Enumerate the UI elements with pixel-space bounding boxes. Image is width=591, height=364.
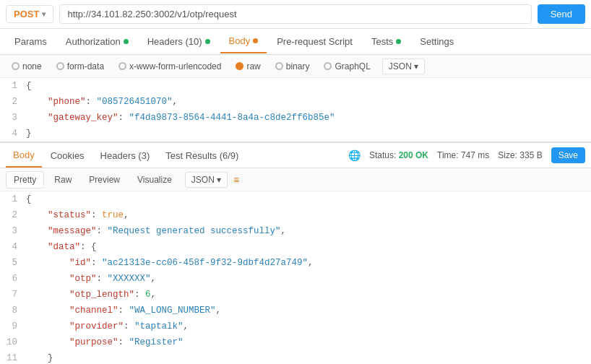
fmt-tab-visualize-label: Visualize — [137, 175, 172, 185]
response-json-label: JSON — [191, 175, 215, 185]
resp-tab-body[interactable]: Body — [6, 144, 42, 168]
line-content: "otp": "XXXXXX", — [26, 271, 591, 287]
tab-authorization[interactable]: Authorization — [57, 30, 137, 53]
line-content: } — [26, 350, 591, 364]
resp-tab-test-results[interactable]: Test Results (6/9) — [158, 144, 246, 167]
line-content: "data": { — [26, 239, 591, 255]
body-type-graphql[interactable]: GraphQL — [318, 59, 376, 74]
line-content: "otp_length": 6, — [26, 287, 591, 303]
response-bar: Body Cookies Headers (3) Test Results (6… — [0, 142, 591, 168]
method-selector[interactable]: POST ▾ — [6, 5, 53, 23]
line-content: "id": "ac21313e-cc06-458f-9f32-9dbf4d27a… — [26, 255, 591, 271]
status-label: Status: 200 OK — [369, 150, 428, 160]
line-content: "gateway_key": "f4da9873-8564-4441-8a4a-… — [26, 110, 591, 126]
response-line-5: 5 "id": "ac21313e-cc06-458f-9f32-9dbf4d2… — [0, 255, 591, 271]
fmt-tab-raw[interactable]: Raw — [47, 172, 79, 188]
headers-dot — [205, 39, 210, 44]
resp-tab-headers[interactable]: Headers (3) — [93, 144, 158, 167]
line-num: 10 — [0, 334, 26, 350]
response-line-9: 9 "provider": "taptalk", — [0, 318, 591, 334]
line-num: 11 — [0, 350, 26, 364]
resp-tab-cookies-label: Cookies — [51, 150, 85, 161]
tab-tests[interactable]: Tests — [363, 30, 410, 53]
tests-dot — [396, 39, 401, 44]
request-line-3: 3 "gateway_key": "f4da9873-8564-4441-8a4… — [0, 110, 591, 126]
globe-icon: 🌐 — [348, 150, 361, 161]
json-selector-label: JSON — [389, 61, 412, 72]
body-type-form-data[interactable]: form-data — [51, 59, 110, 74]
request-line-4: 4} — [0, 126, 591, 142]
line-content: "phone": "085726451070", — [26, 94, 591, 110]
line-num: 7 — [0, 287, 26, 303]
filter-icon[interactable]: ≡ — [233, 174, 239, 186]
body-type-urlencoded[interactable]: x-www-form-urlencoded — [113, 59, 227, 74]
response-format-bar: Pretty Raw Preview Visualize JSON ▾ ≡ — [0, 168, 591, 191]
line-num: 9 — [0, 318, 26, 334]
time-value: 747 ms — [461, 150, 489, 160]
line-num: 3 — [0, 110, 26, 126]
response-line-3: 3 "message": "Request generated successf… — [0, 223, 591, 239]
label-binary: binary — [286, 61, 310, 72]
body-type-raw[interactable]: raw — [230, 59, 266, 74]
label-urlencoded: x-www-form-urlencoded — [129, 61, 221, 72]
response-line-11: 11 } — [0, 350, 591, 364]
method-arrow-icon: ▾ — [42, 10, 46, 18]
line-num: 4 — [0, 126, 26, 142]
response-line-6: 6 "otp": "XXXXXX", — [0, 271, 591, 287]
tab-body[interactable]: Body — [220, 30, 267, 53]
radio-graphql — [324, 62, 332, 70]
label-none: none — [22, 61, 42, 72]
response-line-4: 4 "data": { — [0, 239, 591, 255]
fmt-tab-pretty[interactable]: Pretty — [6, 171, 44, 188]
tab-prerequest[interactable]: Pre-request Script — [268, 30, 361, 53]
tab-authorization-label: Authorization — [66, 36, 121, 47]
line-content: "status": true, — [26, 207, 591, 223]
tab-body-label: Body — [229, 35, 251, 46]
response-line-7: 7 "otp_length": 6, — [0, 287, 591, 303]
resp-tab-body-label: Body — [13, 150, 35, 160]
tab-prerequest-label: Pre-request Script — [277, 36, 353, 47]
tab-headers[interactable]: Headers (10) — [139, 30, 219, 53]
body-type-binary[interactable]: binary — [269, 59, 316, 74]
label-graphql: GraphQL — [335, 61, 370, 72]
send-button[interactable]: Send — [538, 4, 585, 24]
tab-params[interactable]: Params — [6, 30, 56, 53]
body-type-selector: none form-data x-www-form-urlencoded raw… — [0, 55, 591, 78]
authorization-dot — [124, 39, 129, 44]
label-raw: raw — [246, 61, 260, 72]
tab-settings[interactable]: Settings — [411, 30, 462, 53]
json-selector-arrow: ▾ — [414, 61, 418, 72]
line-num: 4 — [0, 239, 26, 255]
request-body-editor[interactable]: 1{2 "phone": "085726451070",3 "gateway_k… — [0, 78, 591, 142]
fmt-tab-preview[interactable]: Preview — [82, 172, 127, 188]
body-dot — [253, 38, 258, 43]
response-line-1: 1{ — [0, 191, 591, 207]
response-json-selector[interactable]: JSON ▾ — [185, 172, 228, 188]
radio-binary — [275, 62, 283, 70]
response-tabs: Body Cookies Headers (3) Test Results (6… — [6, 144, 348, 168]
line-content: "channel": "WA_LONG_NUMBER", — [26, 303, 591, 318]
tab-tests-label: Tests — [371, 36, 393, 47]
body-type-none[interactable]: none — [6, 59, 48, 74]
response-line-10: 10 "purpose": "Register" — [0, 334, 591, 350]
response-line-2: 2 "status": true, — [0, 207, 591, 223]
tab-params-label: Params — [14, 36, 47, 47]
line-content: "message": "Request generated successful… — [26, 223, 591, 239]
fmt-tab-visualize[interactable]: Visualize — [130, 172, 179, 188]
resp-tab-cookies[interactable]: Cookies — [43, 144, 92, 167]
resp-tab-test-results-label: Test Results (6/9) — [165, 150, 238, 161]
tab-headers-label: Headers (10) — [147, 36, 202, 47]
line-num: 2 — [0, 94, 26, 110]
request-line-2: 2 "phone": "085726451070", — [0, 94, 591, 110]
url-input[interactable] — [59, 4, 531, 24]
tab-settings-label: Settings — [420, 36, 454, 47]
line-num: 8 — [0, 303, 26, 318]
radio-form-data — [56, 62, 64, 70]
json-type-selector[interactable]: JSON ▾ — [382, 58, 425, 74]
response-body-viewer: 1{2 "status": true,3 "message": "Request… — [0, 191, 591, 364]
resp-tab-headers-label: Headers (3) — [100, 150, 150, 161]
line-content: "provider": "taptalk", — [26, 318, 591, 334]
save-button[interactable]: Save — [551, 147, 585, 163]
fmt-tab-pretty-label: Pretty — [14, 175, 36, 185]
fmt-tab-raw-label: Raw — [54, 175, 72, 185]
